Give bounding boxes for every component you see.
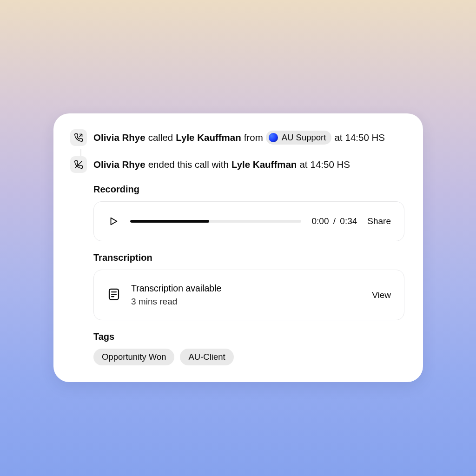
svg-marker-1: [111, 218, 117, 225]
document-icon: [107, 287, 121, 303]
event-time: 14:50 HS: [345, 132, 384, 143]
call-activity-card: Olivia Rhye called Lyle Kauffman from AU…: [53, 113, 423, 382]
playback-time: 0:00 / 0:34: [311, 216, 357, 226]
callee-name: Lyle Kauffman: [176, 132, 241, 143]
call-outgoing-icon: [70, 129, 87, 146]
call-ended-icon: [70, 156, 87, 173]
at-word: at: [299, 159, 307, 170]
caller-name: Olivia Rhye: [93, 132, 145, 143]
tags-row: Opportunity Won AU-Client: [93, 349, 404, 365]
transcription-label: Transcription: [93, 252, 404, 263]
timeline-event-ended: Olivia Rhye ended this call with Lyle Ka…: [70, 156, 404, 173]
recording-label: Recording: [93, 184, 404, 195]
event-verb: called: [148, 132, 173, 143]
tag-pill[interactable]: Opportunity Won: [93, 349, 174, 365]
event-verb: ended this call with: [148, 159, 229, 170]
event-time: 14:50 HS: [311, 159, 350, 170]
tag-pill[interactable]: AU-Client: [180, 349, 233, 365]
team-label: AU Support: [282, 132, 326, 143]
transcription-subtitle: 3 mins read: [131, 297, 362, 307]
progress-fill: [130, 220, 209, 223]
at-word: at: [334, 132, 342, 143]
share-button[interactable]: Share: [367, 216, 391, 226]
progress-bar[interactable]: [130, 220, 301, 223]
timeline-event-called: Olivia Rhye called Lyle Kauffman from AU…: [70, 129, 404, 146]
team-pill[interactable]: AU Support: [266, 131, 332, 145]
play-button[interactable]: [107, 215, 120, 228]
view-button[interactable]: View: [372, 290, 391, 300]
tags-label: Tags: [93, 331, 404, 342]
transcription-title: Transcription available: [131, 283, 362, 294]
globe-icon: [268, 132, 279, 143]
from-word: from: [244, 132, 263, 143]
caller-name: Olivia Rhye: [93, 159, 145, 170]
recording-player: 0:00 / 0:34 Share: [93, 201, 404, 241]
transcription-panel: Transcription available 3 mins read View: [93, 270, 404, 320]
callee-name: Lyle Kauffman: [231, 159, 297, 170]
